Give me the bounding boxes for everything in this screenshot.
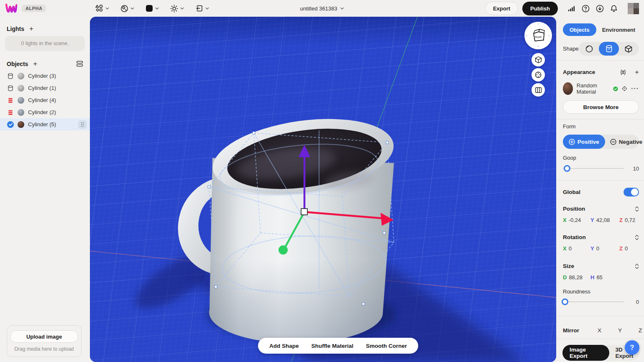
tab-environment[interactable]: Environment: [596, 27, 641, 33]
rotation-x-value[interactable]: 0: [569, 245, 572, 252]
chevron-down-icon: [130, 7, 134, 10]
object-row-cylinder-2[interactable]: Cylinder (2): [0, 106, 90, 118]
material-menu[interactable]: [120, 5, 134, 13]
color-menu[interactable]: [146, 5, 159, 12]
gizmo-z-handle[interactable]: [279, 245, 288, 255]
viewport-action-bar: Add Shape Shuffle Material Smooth Corner: [258, 338, 418, 354]
lights-header: Lights +: [7, 25, 83, 32]
orbit-up-icon[interactable]: ⌃: [537, 23, 540, 27]
global-row: Global: [563, 188, 639, 196]
cube-icon: [624, 45, 633, 53]
cylinder-icon: [7, 73, 14, 79]
bell-icon[interactable]: [610, 5, 618, 13]
randomize-material-icon[interactable]: [620, 69, 626, 76]
object-row-cylinder-4[interactable]: Cylinder (4): [0, 94, 90, 106]
help-fab-button[interactable]: ?: [625, 340, 639, 355]
add-object-button[interactable]: +: [33, 60, 37, 67]
download-icon[interactable]: [596, 5, 604, 13]
mirror-z-button[interactable]: Z: [639, 327, 642, 334]
rotation-values: X0 Y0 Z0: [563, 245, 639, 252]
rotation-z-value[interactable]: 0: [625, 245, 628, 252]
lighting-menu[interactable]: [170, 5, 184, 13]
form-positive-button[interactable]: Positive: [563, 135, 605, 149]
material-more-icon[interactable]: ···: [631, 85, 639, 92]
stepper-icon[interactable]: [635, 263, 639, 269]
mug-3d-object[interactable]: [191, 108, 399, 343]
shape-option-cube[interactable]: [619, 42, 638, 56]
stepper-icon[interactable]: [635, 206, 639, 212]
add-shape-menu[interactable]: [95, 5, 109, 12]
size-header: Size: [563, 263, 639, 269]
form-header: Form: [563, 123, 639, 130]
drag-handle[interactable]: [78, 120, 87, 129]
upload-dropzone[interactable]: Upload image Drag media here to upload: [7, 325, 82, 357]
object-row-cylinder-1[interactable]: Cylinder (1): [0, 82, 90, 94]
avatar[interactable]: [628, 3, 639, 14]
material-sphere-icon: [120, 5, 128, 13]
grid-view-button[interactable]: [532, 83, 545, 97]
gizmo-center-handle[interactable]: [301, 209, 307, 215]
orbit-left-icon[interactable]: ‹: [526, 33, 527, 38]
rotation-y-value[interactable]: 0: [596, 245, 599, 252]
upload-image-button[interactable]: Upload image: [10, 330, 78, 343]
roundness-slider-knob[interactable]: [562, 298, 568, 305]
3d-viewport[interactable]: ⌃ ⌄ ‹ › front Add Shape Shuff: [90, 17, 556, 362]
shape-label: Shape: [563, 46, 579, 52]
position-y-value[interactable]: 42,08: [596, 217, 610, 224]
help-icon[interactable]: [582, 5, 590, 13]
history-menu[interactable]: [195, 5, 209, 12]
roundness-slider-track[interactable]: [563, 301, 624, 302]
image-export-button[interactable]: Image Export: [562, 345, 609, 361]
mirror-row: Mirror X Y Z: [563, 327, 639, 334]
shapes-icon: [95, 5, 103, 12]
publish-button[interactable]: Publish: [522, 2, 558, 15]
object-row-cylinder-5-selected[interactable]: Cylinder (5): [0, 118, 90, 130]
mirror-y-button[interactable]: Y: [618, 327, 622, 334]
material-thumbnail[interactable]: [563, 82, 573, 95]
shuffle-material-button[interactable]: Shuffle Material: [312, 343, 354, 349]
plus-circle-icon: [569, 139, 575, 145]
view-cube[interactable]: ⌃ ⌄ ‹ › front: [524, 22, 552, 49]
export-button[interactable]: Export: [485, 2, 518, 15]
toolbar: [95, 5, 209, 13]
lights-empty-state: 0 lights in the scene.: [5, 36, 85, 51]
position-x-value[interactable]: -0,24: [569, 217, 581, 224]
chevron-down-icon: [205, 7, 209, 10]
pick-material-icon[interactable]: [622, 85, 627, 92]
shape-option-cylinder-active[interactable]: [599, 42, 619, 56]
signal-bars-icon[interactable]: [568, 5, 575, 12]
mirror-x-button[interactable]: X: [598, 327, 601, 334]
shape-selector: Shape: [563, 42, 639, 56]
global-toggle[interactable]: [624, 188, 639, 196]
add-shape-button[interactable]: Add Shape: [269, 343, 299, 349]
orbit-down-icon[interactable]: ⌄: [537, 43, 540, 48]
stepper-icon[interactable]: [635, 235, 639, 240]
object-row-cylinder-3[interactable]: Cylinder (3): [0, 70, 90, 82]
goop-slider-knob[interactable]: [564, 165, 570, 172]
size-h-value[interactable]: 65: [596, 274, 602, 281]
material-applied-check-icon: [613, 86, 618, 92]
browse-more-button[interactable]: Browse More: [563, 100, 639, 114]
minus-circle-icon: [610, 139, 616, 145]
properties-panel: Objects Environment Shape: [556, 17, 644, 362]
app-logo[interactable]: ALPHA: [5, 3, 46, 13]
project-title[interactable]: untitled 361383: [300, 5, 344, 12]
material-swatch: [18, 121, 24, 128]
layers-icon[interactable]: [76, 61, 83, 67]
add-material-button[interactable]: +: [635, 69, 639, 76]
size-d-value[interactable]: 88,28: [569, 274, 583, 281]
shape-option-sphere[interactable]: [580, 42, 599, 56]
add-light-button[interactable]: +: [29, 25, 33, 32]
orbit-right-icon[interactable]: ›: [548, 33, 549, 38]
form-negative-button[interactable]: Negative: [605, 139, 644, 145]
appearance-header: Appearance +: [563, 69, 639, 76]
tab-objects[interactable]: Objects: [563, 23, 596, 36]
view-cube-face-label: front: [533, 35, 543, 39]
focus-target-button[interactable]: [532, 68, 545, 82]
goop-slider-track[interactable]: [563, 168, 624, 169]
selected-check-icon[interactable]: [7, 121, 14, 128]
goop-label: Goop: [563, 155, 639, 161]
smooth-corner-button[interactable]: Smooth Corner: [366, 343, 407, 349]
position-z-value[interactable]: 0,72: [625, 217, 635, 224]
perspective-toggle-button[interactable]: [532, 53, 545, 66]
